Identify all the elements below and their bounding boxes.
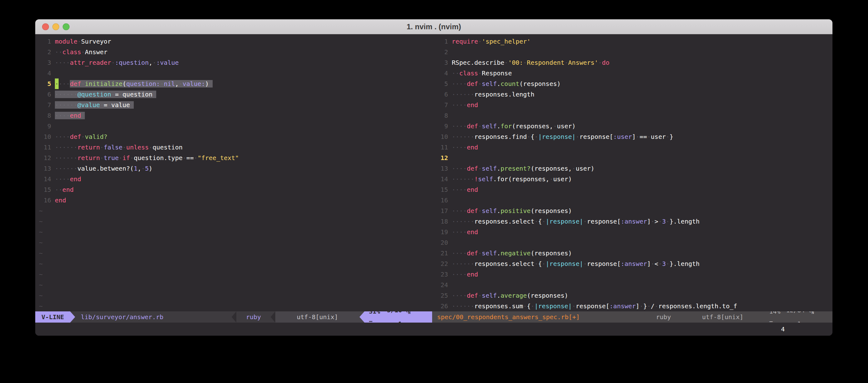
code-line[interactable]: 2 [432,47,833,57]
code-line[interactable]: 25····def·self.average(responses) [432,290,833,301]
code-token: '00:·Respondent·Answers' [508,59,598,66]
code-line[interactable]: 23····end [432,269,833,280]
code-token: @value [77,101,100,109]
code-line[interactable]: 1require·'spec_helper' [432,36,833,47]
code-token: negative [501,249,531,257]
whitespace-dot: · [81,80,85,88]
code-token: ······ [55,101,77,109]
whitespace-dot: · [55,48,59,56]
line-number: 14 [437,174,448,184]
code-token: ·}.length [665,218,699,225]
code-line[interactable]: 22······responses.select·{·|response|·re… [432,258,833,269]
code-line[interactable]: 7······@value·=·value [35,100,432,110]
minimize-button[interactable] [52,23,59,30]
whitespace-dot: · [478,292,482,299]
whitespace-dot: · [452,207,456,214]
code-line[interactable]: 15····end [432,184,833,195]
code-line[interactable]: 2··class·Answer [35,47,432,57]
code-line[interactable]: 4··class·Response [432,68,833,78]
line-number: 24 [437,280,448,290]
code-line[interactable]: 24 [432,280,833,290]
pane-answer-rb[interactable]: 1module·Surveyor2··class·Answer3····attr… [35,36,432,311]
code-line[interactable]: 12 [432,152,833,163]
code-line[interactable]: 12······return·true·if·question.type·==·… [35,152,432,163]
code-line[interactable]: 3····attr_reader·:question,·:value [35,57,432,68]
whitespace-dot: · [66,59,70,66]
code-line[interactable]: 14······!self.for(responses,·user) [432,174,833,184]
zoom-button[interactable] [63,23,69,30]
whitespace-dot: · [452,302,456,310]
code-text: ····end [452,227,478,237]
code-line[interactable]: 13······value.between?(1,·5) [35,163,432,174]
whitespace-dot: · [111,91,115,98]
whitespace-dot: · [452,218,456,225]
titlebar[interactable]: 1. nvim . (nvim) [35,19,833,34]
code-token: question: [126,80,160,88]
code-line[interactable]: 5····def·self.count(responses) [432,78,833,89]
code-token: def· [467,207,482,214]
whitespace-dot: · [62,133,66,140]
code-line[interactable]: 3RSpec.describe·'00:·Respondent·Answers'… [432,57,833,68]
code-token: self [482,207,497,214]
whitespace-dot: · [534,218,538,225]
code-line[interactable]: 13····def·self.present?(responses,·user) [432,163,833,174]
code-line[interactable]: 1module·Surveyor [35,36,432,47]
code-token: self [478,175,493,183]
code-line[interactable]: 21····def·self.negative(responses) [432,248,833,258]
code-line[interactable]: 16end [35,195,432,206]
code-line[interactable]: 10····def·valid? [35,131,432,142]
code-token: ···· [452,228,467,236]
line-number: 18 [437,216,448,227]
tilde-marker: ~ [39,237,43,248]
code-line[interactable]: 4 [35,68,432,78]
code-line[interactable]: 11······return·false·unless·question [35,142,432,152]
whitespace-dot: · [70,144,73,151]
code-line[interactable]: 5····def·initialize(question:·nil,·value… [35,78,432,89]
statusline-inactive: spec/00_respondents_answers_spec.rb[+] r… [432,311,833,323]
code-line[interactable]: 7····end [432,100,833,110]
whitespace-dot: · [59,165,62,172]
code-token: ( [123,80,126,88]
code-text: RSpec.describe·'00:·Respondent·Answers'·… [452,57,610,68]
pane-spec-rb[interactable]: 1require·'spec_helper'23RSpec.describe·'… [432,36,833,311]
code-token: ·response[ [583,260,621,268]
code-line[interactable]: 9 [35,121,432,131]
code-line[interactable]: 26······responses.sum·{·|response|·respo… [432,301,833,311]
code-line[interactable]: 8 [432,110,833,121]
whitespace-dot: · [459,207,463,214]
whitespace-dot: · [66,165,70,172]
tilde-marker: ~ [39,269,43,280]
code-token: average [501,292,527,299]
whitespace-dot: · [456,260,459,268]
code-token: do [602,59,610,66]
line-number: 20 [437,237,448,248]
code-line[interactable]: 19····end [432,227,833,237]
code-line[interactable]: 15··end [35,184,432,195]
scroll-percent: 14% ≡ [769,311,786,323]
code-line[interactable]: 17····def·self.positive(responses) [432,206,833,216]
code-text: ······!self.for(responses,·user) [452,174,572,184]
whitespace-dot: · [456,292,459,299]
code-line[interactable]: 16 [432,195,833,206]
code-line[interactable]: 8····end [35,110,432,121]
close-button[interactable] [42,23,49,30]
code-line[interactable]: 9····def·self.for(responses,·user) [432,121,833,131]
code-line[interactable]: 18······responses.select·{·|response|·re… [432,216,833,227]
whitespace-dot: · [459,123,463,130]
position-segment: 14% ≡ 12/84 ℓN : 1 [765,311,833,323]
code-line[interactable]: 10······responses.find·{·|response|·resp… [432,131,833,142]
code-token: self [482,123,497,130]
command-line[interactable]: 4 [35,323,833,336]
whitespace-dot: · [130,154,134,162]
code-line[interactable]: 11····end [432,142,833,152]
whitespace-dot: · [467,260,470,268]
code-text: ··end [55,184,73,195]
code-line[interactable]: 6······responses.length [432,89,833,100]
code-token: ···· [452,249,467,257]
powerline-wedge-icon [271,311,275,323]
whitespace-dot: · [467,218,470,225]
code-line[interactable]: 14····end [35,174,432,184]
code-line[interactable]: 6······@question·=·question [35,89,432,100]
whitespace-dot: · [640,302,643,310]
code-line[interactable]: 20 [432,237,833,248]
